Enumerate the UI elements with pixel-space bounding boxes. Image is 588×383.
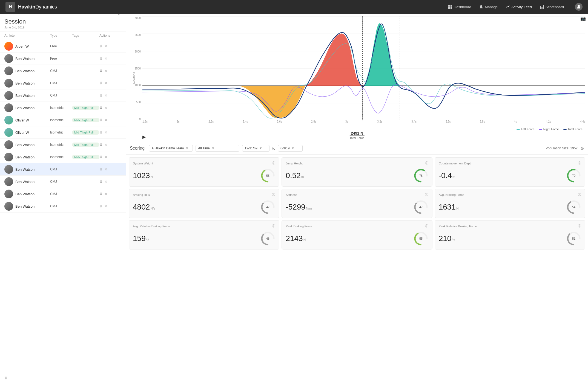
remove-icon[interactable]: ✕: [104, 155, 108, 159]
athlete-row[interactable]: Ben Watson CMJ ⬇ ✕: [0, 65, 126, 77]
remove-icon[interactable]: ✕: [104, 69, 108, 73]
metric-info-icon[interactable]: ⓘ: [425, 192, 428, 197]
remove-icon[interactable]: ✕: [104, 204, 108, 208]
download-icon[interactable]: ⬇: [99, 143, 103, 147]
download-icon[interactable]: ⬇: [99, 192, 103, 196]
metric-header: System Weight ⓘ: [133, 161, 275, 166]
athlete-row[interactable]: Ben Watson Free ⬇ ✕: [0, 53, 126, 65]
metric-info-icon[interactable]: ⓘ: [272, 224, 275, 228]
athlete-row[interactable]: Alden W Free ⬇ ✕: [0, 40, 126, 53]
remove-icon[interactable]: ✕: [104, 179, 108, 184]
athlete-row[interactable]: Ben Watson CMJ ⬇ ✕: [0, 89, 126, 102]
nav-manage-label: Manage: [485, 5, 498, 9]
camera-icon[interactable]: 📷: [580, 16, 586, 21]
x-tick-5: 2.8s: [311, 120, 316, 123]
athlete-row[interactable]: Ben Watson CMJ ⬇ ✕: [0, 163, 126, 176]
chart-toolbar: ⋮ 📷: [574, 16, 586, 21]
metric-body: -5299N/m 47: [286, 200, 428, 214]
athlete-actions: ⬇ ✕: [99, 69, 121, 73]
metric-info-icon[interactable]: ⓘ: [425, 161, 428, 166]
download-icon[interactable]: ⬇: [99, 69, 103, 73]
metric-info-icon[interactable]: ⓘ: [425, 224, 428, 228]
remove-icon[interactable]: ✕: [104, 93, 108, 98]
remove-icon[interactable]: ✕: [104, 56, 108, 61]
user-icon[interactable]: [575, 3, 583, 11]
athlete-row[interactable]: Ben Watson CMJ ⬇ ✕: [0, 188, 126, 200]
remove-icon[interactable]: ✕: [104, 130, 108, 135]
download-icon[interactable]: ⬇: [99, 167, 103, 172]
athlete-avatar: [4, 116, 13, 124]
more-options-icon[interactable]: ⋮: [574, 16, 578, 21]
athlete-row[interactable]: Oliver W Isometric Mid-Thigh Pull ⬇ ✕: [0, 114, 126, 126]
time-range-select[interactable]: All Time ▼: [196, 145, 239, 152]
athlete-info: Ben Watson: [4, 165, 50, 174]
metric-value-group: 210%: [439, 234, 455, 243]
download-icon[interactable]: ⬇: [99, 81, 103, 85]
athlete-avatar: [4, 91, 13, 100]
download-bar: ⬇: [0, 373, 126, 383]
right-force-legend-dot: [539, 129, 542, 130]
download-icon[interactable]: ⬇: [99, 130, 103, 135]
nav-activity-feed[interactable]: Activity Feed: [506, 5, 532, 9]
nav-dashboard[interactable]: Dashboard: [448, 5, 471, 9]
svg-rect-3: [451, 7, 452, 9]
athlete-row[interactable]: Ben Watson Isometric Mid-Thigh Pull ⬇ ✕: [0, 139, 126, 151]
download-icon[interactable]: ⬇: [99, 204, 103, 208]
download-icon[interactable]: ⬇: [99, 118, 103, 122]
nav-dashboard-label: Dashboard: [454, 5, 471, 9]
athlete-info: Ben Watson: [4, 91, 50, 100]
download-icon[interactable]: ⬇: [99, 179, 103, 184]
download-icon[interactable]: ⬇: [99, 56, 103, 61]
metric-info-icon[interactable]: ⓘ: [578, 224, 581, 228]
athlete-row[interactable]: Ben Watson CMJ ⬇ ✕: [0, 200, 126, 213]
metric-info-icon[interactable]: ⓘ: [578, 161, 581, 166]
remove-icon[interactable]: ✕: [104, 192, 108, 196]
athlete-avatar: [4, 79, 13, 88]
athlete-list: Alden W Free ⬇ ✕ Ben Watson Free ⬇ ✕ Ben…: [0, 40, 126, 373]
metric-value-group: -0.4m: [439, 171, 455, 180]
chart-legend: Left Force Right Force Total Force: [517, 127, 583, 131]
athlete-row[interactable]: Ben Watson CMJ ⬇ ✕: [0, 77, 126, 89]
svg-text:47: 47: [266, 205, 269, 209]
athlete-info: Ben Watson: [4, 190, 50, 198]
athlete-row[interactable]: Ben Watson Isometric Mid-Thigh Pull ⬇ ✕: [0, 151, 126, 163]
play-button[interactable]: ▶: [142, 134, 146, 140]
metric-info-icon[interactable]: ⓘ: [272, 161, 275, 166]
svg-text:51: 51: [572, 237, 575, 240]
date-to-select[interactable]: 6/3/19 ▼: [278, 145, 303, 152]
athlete-avatar: [4, 103, 13, 112]
remove-icon[interactable]: ✕: [104, 118, 108, 122]
download-icon[interactable]: ⬇: [99, 93, 103, 98]
athlete-row[interactable]: Ben Watson CMJ ⬇ ✕: [0, 176, 126, 188]
team-select[interactable]: A Hawkin Demo Team ▼: [149, 145, 193, 152]
athlete-row[interactable]: Oliver W Isometric Mid-Thigh Pull ⬇ ✕: [0, 126, 126, 139]
download-icon[interactable]: ⬇: [99, 106, 103, 110]
remove-icon[interactable]: ✕: [104, 81, 108, 85]
nav-scoreboard[interactable]: Scoreboard: [540, 5, 564, 9]
download-all-icon[interactable]: ⬇: [4, 376, 8, 380]
main-nav: Dashboard Manage Activity Feed Scoreboar…: [448, 3, 583, 11]
athlete-tag: Mid-Thigh Pull: [72, 155, 99, 159]
svg-text:55: 55: [419, 237, 423, 240]
remove-icon[interactable]: ✕: [104, 106, 108, 110]
gauge-svg: 54: [566, 200, 581, 214]
nav-manage[interactable]: Manage: [479, 5, 498, 9]
remove-icon[interactable]: ✕: [104, 44, 108, 48]
metric-info-icon[interactable]: ⓘ: [578, 192, 581, 197]
filter-icon[interactable]: [116, 14, 121, 16]
metric-name: Avg. Braking Force: [439, 193, 464, 196]
date-to-label: to: [272, 146, 275, 150]
remove-icon[interactable]: ✕: [104, 167, 108, 172]
chart-svg: [142, 16, 585, 120]
date-from-select[interactable]: 12/31/69 ▼: [242, 145, 269, 152]
metric-info-icon[interactable]: ⓘ: [272, 192, 275, 197]
svg-point-4: [480, 5, 482, 7]
remove-icon[interactable]: ✕: [104, 143, 108, 147]
y-tick-1500: 1500: [129, 67, 141, 70]
download-icon[interactable]: ⬇: [99, 44, 103, 48]
athlete-row[interactable]: Ben Watson Isometric Mid-Thigh Pull ⬇ ✕: [0, 102, 126, 114]
scoring-settings-icon[interactable]: ⚙: [580, 146, 584, 151]
metric-card: Countermovement Depth ⓘ -0.4m 70: [435, 157, 585, 187]
download-icon[interactable]: ⬇: [99, 155, 103, 159]
metric-name: Braking RFD: [133, 193, 150, 196]
